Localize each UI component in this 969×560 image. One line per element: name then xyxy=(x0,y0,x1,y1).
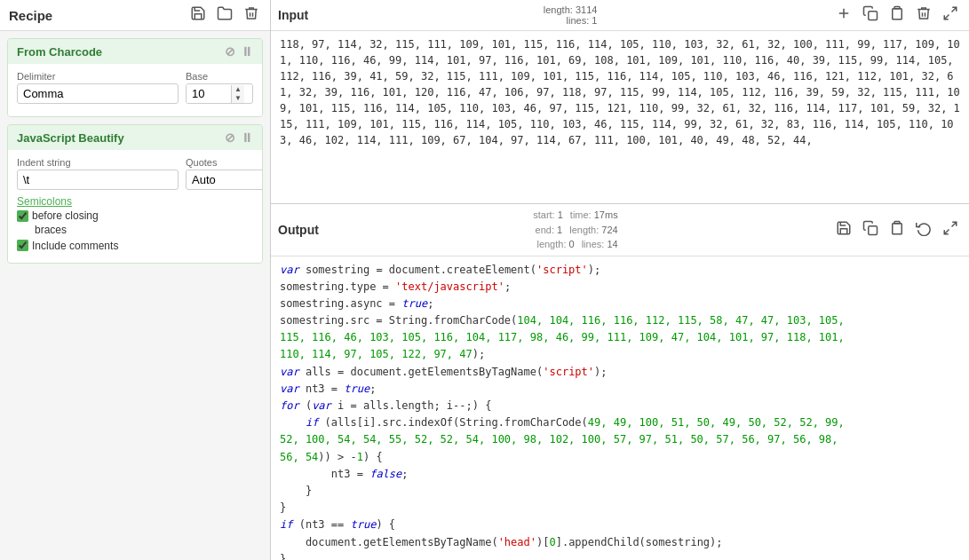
quotes-group: Quotes xyxy=(186,157,263,190)
delimiter-input[interactable] xyxy=(17,83,179,104)
output-paste-button[interactable] xyxy=(886,218,909,241)
braces-row: braces xyxy=(35,224,253,236)
svg-line-9 xyxy=(944,229,949,233)
output-length3-label: length: 0 xyxy=(536,237,574,252)
js-beautify-controls: ⊘ ⏸ xyxy=(225,130,253,145)
base-spinner: ▲ ▼ xyxy=(186,83,253,104)
input-toolbar: Input length: 3114 lines: 1 xyxy=(271,0,969,31)
from-charcode-section: From Charcode ⊘ ⏸ Delimiter Base ▲ xyxy=(7,38,263,117)
base-input[interactable] xyxy=(187,84,231,103)
output-undo-button[interactable] xyxy=(912,218,935,241)
svg-rect-2 xyxy=(869,12,878,20)
output-copy-button[interactable] xyxy=(859,218,882,241)
output-toolbar: Output start: 1 time: 17ms end: 1 length… xyxy=(271,204,969,256)
js-beautify-header: JavaScript Beautify ⊘ ⏸ xyxy=(8,125,262,150)
output-actions xyxy=(832,218,962,241)
braces-label: braces xyxy=(35,224,67,236)
recipe-header: Recipe xyxy=(0,0,270,31)
include-comments-row: Include comments xyxy=(17,240,253,252)
js-beautify-title: JavaScript Beautify xyxy=(17,131,124,145)
input-title: Input xyxy=(278,8,308,22)
semicolons-label[interactable]: Semicolons xyxy=(17,195,253,208)
svg-rect-6 xyxy=(869,226,878,235)
output-expand-button[interactable] xyxy=(939,218,962,241)
include-comments-label: Include comments xyxy=(32,240,118,252)
output-save-button[interactable] xyxy=(832,218,855,241)
svg-line-5 xyxy=(944,15,949,20)
svg-line-8 xyxy=(951,222,956,226)
delete-recipe-button[interactable] xyxy=(242,5,261,25)
input-lines-meta: lines: 1 xyxy=(567,15,598,26)
base-label: Base xyxy=(186,71,253,82)
from-charcode-controls: ⊘ ⏸ xyxy=(225,44,253,59)
input-copy-button[interactable] xyxy=(859,4,882,27)
svg-line-4 xyxy=(951,7,956,12)
output-section: Output start: 1 time: 17ms end: 1 length… xyxy=(271,204,969,560)
recipe-title: Recipe xyxy=(9,8,52,23)
output-meta-line3: length: 0 lines: 14 xyxy=(536,237,617,252)
delimiter-label: Delimiter xyxy=(17,71,179,82)
before-closing-checkbox[interactable] xyxy=(17,210,28,222)
output-time-label: time: 17ms xyxy=(570,208,618,223)
include-comments-checkbox[interactable] xyxy=(17,240,28,251)
from-charcode-header: From Charcode ⊘ ⏸ xyxy=(8,39,262,64)
from-charcode-body: Delimiter Base ▲ ▼ xyxy=(8,64,262,116)
charcode-fields: Delimiter Base ▲ ▼ xyxy=(17,71,253,104)
output-lines-label: lines: 14 xyxy=(582,237,618,252)
base-group: Base ▲ ▼ xyxy=(186,71,253,104)
disable-icon[interactable]: ⊘ xyxy=(225,44,235,59)
before-closing-label: before closing xyxy=(32,209,99,222)
input-paste-button[interactable] xyxy=(886,4,909,27)
input-expand-button[interactable] xyxy=(939,4,962,27)
output-meta: start: 1 time: 17ms end: 1 length: 724 l… xyxy=(533,208,617,252)
delimiter-group: Delimiter xyxy=(17,71,179,104)
input-section: Input length: 3114 lines: 1 xyxy=(271,0,969,204)
output-title: Output xyxy=(278,223,319,237)
js-beautify-section: JavaScript Beautify ⊘ ⏸ Indent string Qu… xyxy=(7,124,263,264)
output-meta-line1: start: 1 time: 17ms xyxy=(533,208,617,223)
spin-down[interactable]: ▼ xyxy=(232,94,244,103)
input-length-meta: length: 3114 xyxy=(544,4,598,15)
quotes-input[interactable] xyxy=(186,170,263,190)
from-charcode-title: From Charcode xyxy=(17,45,102,59)
js-disable-icon[interactable]: ⊘ xyxy=(225,130,235,145)
save-button[interactable] xyxy=(188,5,208,25)
output-length2-label: length: 724 xyxy=(569,223,617,238)
recipe-toolbar xyxy=(188,5,261,25)
input-code[interactable]: 118, 97, 114, 32, 115, 111, 109, 101, 11… xyxy=(271,31,969,203)
output-start-label: start: 1 xyxy=(533,208,563,223)
spin-controls: ▲ ▼ xyxy=(231,85,244,103)
pause-icon[interactable]: ⏸ xyxy=(241,44,253,59)
folder-button[interactable] xyxy=(215,5,234,25)
output-end-label: end: 1 xyxy=(536,223,563,238)
semicolons-group: Semicolons before closing braces xyxy=(17,195,253,236)
indent-label: Indent string xyxy=(17,157,179,168)
indent-input[interactable] xyxy=(17,170,179,190)
before-closing-row: before closing xyxy=(17,209,253,222)
quotes-label: Quotes xyxy=(186,157,263,168)
input-meta: length: 3114 lines: 1 xyxy=(544,4,598,26)
input-actions xyxy=(832,4,962,27)
js-beautify-body: Indent string Quotes Semicolons before c… xyxy=(8,150,262,263)
indent-group: Indent string xyxy=(17,157,179,190)
svg-rect-3 xyxy=(893,9,902,20)
input-delete-button[interactable] xyxy=(912,4,935,27)
js-fields-row1: Indent string Quotes xyxy=(17,157,253,190)
output-code[interactable]: var somestring = document.createElement(… xyxy=(271,256,969,561)
spin-up[interactable]: ▲ xyxy=(232,85,244,94)
svg-rect-7 xyxy=(893,224,902,234)
js-pause-icon[interactable]: ⏸ xyxy=(241,130,253,145)
output-meta-line2: end: 1 length: 724 xyxy=(536,223,618,238)
input-add-button[interactable] xyxy=(832,4,855,27)
